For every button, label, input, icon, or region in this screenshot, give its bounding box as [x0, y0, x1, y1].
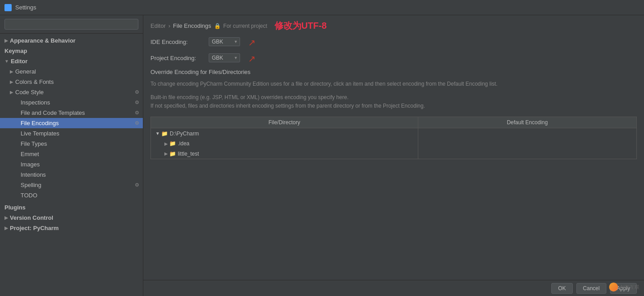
sidebar-item-version-control[interactable]: ▶ Version Control: [0, 213, 143, 223]
arrow-icon: ▶: [10, 79, 13, 84]
arrow-icon: ▶: [10, 69, 13, 74]
override-desc: To change encoding PyCharm Community Edi…: [150, 80, 637, 88]
watermark-text: 创新互联: [620, 284, 640, 291]
sidebar-item-project[interactable]: ▶ Project: PyCharm: [0, 223, 143, 233]
arrow-icon: ▶: [4, 215, 8, 220]
arrow-icon: ▼: [4, 59, 9, 64]
col-default-encoding: Default Encoding: [418, 117, 636, 128]
project-label-icon: 🔒: [214, 23, 221, 29]
arrow-icon: ▶: [4, 38, 8, 43]
tree-arrow-expand[interactable]: ▼: [155, 131, 160, 136]
file-directory-table: File/Directory Default Encoding ▼ 📁: [150, 117, 637, 159]
col-file-directory: File/Directory: [151, 117, 418, 128]
builtin-note: Built-in file encoding (e.g. JSP, HTML o…: [150, 93, 637, 110]
table-row[interactable]: ▼ 📁 D:\PyCharm: [151, 128, 637, 139]
encoding-cell-little-test: [418, 148, 636, 159]
tree-arrow-collapsed[interactable]: ▶: [164, 151, 168, 156]
app-icon: [4, 4, 12, 11]
table-row[interactable]: ▶ 📁 .idea: [151, 139, 637, 149]
sidebar-item-live-templates[interactable]: Live Templates: [0, 128, 143, 139]
project-encoding-label: Project Encoding:: [150, 55, 204, 61]
sidebar-item-images[interactable]: Images: [0, 159, 143, 170]
main-content: ▶ Appearance & Behavior Keymap ▼ Editor …: [0, 15, 644, 296]
breadcrumb-editor: Editor: [150, 22, 166, 29]
dir-name: .idea: [178, 140, 189, 147]
tree-cell-little-test: ▶ 📁 little_test: [151, 148, 418, 159]
settings-window: Settings ▶ Appearance & Behavior Keymap: [0, 0, 644, 296]
override-title: Override Encoding for Files/Directories: [150, 69, 637, 75]
cancel-button[interactable]: Cancel: [576, 283, 606, 294]
folder-icon: 📁: [169, 151, 176, 157]
dir-name: little_test: [178, 151, 199, 157]
folder-icon: 📁: [169, 140, 176, 147]
sidebar-item-spelling[interactable]: Spelling ⚙: [0, 180, 143, 190]
project-encoding-row: Project Encoding: GBK UTF-8 UTF-16 ↗: [150, 52, 637, 63]
project-label: For current project: [223, 23, 267, 29]
breadcrumb-area: Editor › File Encodings 🔒 For current pr…: [143, 15, 644, 32]
ide-encoding-select[interactable]: GBK UTF-8 UTF-16: [209, 37, 240, 46]
breadcrumb-sep1: ›: [168, 22, 170, 29]
settings-icon: ⚙: [135, 110, 139, 116]
watermark: 创新互联: [609, 283, 640, 292]
nav-tree: ▶ Appearance & Behavior Keymap ▼ Editor …: [0, 34, 143, 296]
ok-button[interactable]: OK: [551, 283, 572, 294]
breadcrumb-current: File Encodings: [173, 22, 211, 29]
settings-icon: ⚙: [135, 89, 139, 95]
settings-body: IDE Encoding: GBK UTF-8 UTF-16 ↗ Project…: [143, 32, 644, 280]
sidebar-item-editor[interactable]: ▼ Editor: [0, 56, 143, 66]
bottom-bar: OK Cancel Apply: [143, 280, 644, 296]
tree-cell-idea: ▶ 📁 .idea: [151, 139, 418, 149]
watermark-logo: [609, 283, 618, 292]
sidebar-item-inspections[interactable]: Inspections ⚙: [0, 97, 143, 108]
window-title: Settings: [15, 4, 36, 11]
ide-encoding-label: IDE Encoding:: [150, 39, 204, 45]
arrow-icon: ▶: [4, 226, 8, 231]
sidebar-item-file-code-templates[interactable]: File and Code Templates ⚙: [0, 108, 143, 118]
arrow-annotation-1: ↗: [248, 37, 256, 48]
arrow-icon: ▶: [10, 90, 13, 95]
sidebar-item-code-style[interactable]: ▶ Code Style ⚙: [0, 87, 143, 97]
search-box: [0, 15, 143, 34]
settings-icon: ⚙: [135, 182, 139, 188]
sidebar-item-keymap[interactable]: Keymap: [0, 46, 143, 56]
settings-icon: ⚙: [135, 100, 139, 105]
arrow-annotation-2: ↗: [248, 53, 256, 64]
sidebar-item-file-types[interactable]: File Types: [0, 139, 143, 149]
sidebar: ▶ Appearance & Behavior Keymap ▼ Editor …: [0, 15, 143, 296]
override-section: Override Encoding for Files/Directories …: [150, 69, 637, 159]
folder-icon: 📁: [161, 131, 168, 137]
dir-name: D:\PyCharm: [170, 131, 199, 137]
tree-arrow-collapsed[interactable]: ▶: [164, 141, 168, 146]
settings-icon: ⚙: [135, 120, 139, 126]
project-encoding-select-wrapper: GBK UTF-8 UTF-16: [209, 53, 240, 62]
ide-encoding-select-wrapper: GBK UTF-8 UTF-16: [209, 37, 240, 46]
title-bar: Settings: [0, 0, 644, 15]
annotation-text: 修改为UTF-8: [275, 20, 327, 32]
encoding-cell-idea: [418, 139, 636, 149]
ide-encoding-row: IDE Encoding: GBK UTF-8 UTF-16 ↗: [150, 36, 637, 47]
sidebar-item-todo[interactable]: TODO: [0, 190, 143, 200]
tree-cell-pycharm: ▼ 📁 D:\PyCharm: [151, 128, 418, 139]
main-panel: Editor › File Encodings 🔒 For current pr…: [143, 15, 644, 296]
table-row[interactable]: ▶ 📁 little_test: [151, 148, 637, 159]
search-input[interactable]: [4, 19, 138, 30]
sidebar-item-colors-fonts[interactable]: ▶ Colors & Fonts: [0, 77, 143, 87]
sidebar-item-general[interactable]: ▶ General: [0, 66, 143, 77]
project-encoding-select[interactable]: GBK UTF-8 UTF-16: [209, 53, 240, 62]
sidebar-item-emmet[interactable]: Emmet: [0, 149, 143, 159]
sidebar-item-plugins[interactable]: Plugins: [0, 202, 143, 213]
sidebar-item-file-encodings[interactable]: File Encodings ⚙: [0, 118, 143, 128]
sidebar-item-appearance[interactable]: ▶ Appearance & Behavior: [0, 35, 143, 46]
encoding-cell-pycharm: [418, 128, 636, 139]
sidebar-item-intentions[interactable]: Intentions: [0, 170, 143, 180]
